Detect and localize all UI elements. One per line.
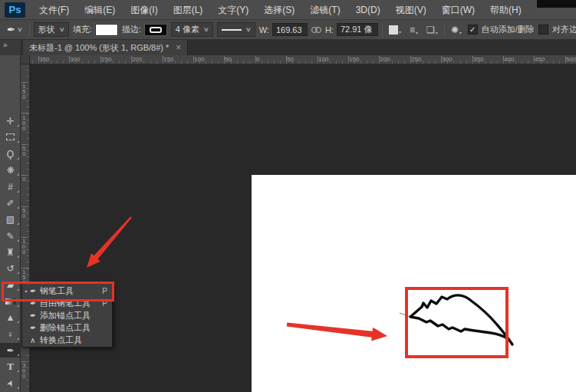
menu-item-add-anchor-tool[interactable]: ✒ 添加锚点工具 bbox=[22, 309, 112, 321]
menu-item[interactable]: 文字(Y) bbox=[210, 0, 256, 20]
clone-stamp-tool-icon[interactable]: ♜ bbox=[0, 245, 21, 259]
lasso-tool-icon[interactable]: Ϙ bbox=[0, 147, 21, 161]
tool-options-bar: ✒ ∨ 形状 ∨ 填充: 描边: 4 像素 ∨ ∨ W: 169.63 H: 7… bbox=[0, 20, 576, 40]
ruler-label: 200 bbox=[380, 56, 390, 63]
separator bbox=[29, 23, 30, 37]
width-field[interactable]: 169.63 bbox=[272, 23, 308, 36]
marquee-tool-icon[interactable] bbox=[0, 130, 21, 144]
pen-tool-icon[interactable]: ✒ bbox=[0, 343, 21, 357]
chevron-down-icon: ∨ bbox=[245, 26, 252, 33]
stroke-color-swatch[interactable] bbox=[144, 24, 167, 36]
gear-icon: ✺ bbox=[451, 25, 459, 35]
mini-arrow-icon: ▾ bbox=[399, 30, 401, 35]
ruler-label: 100 bbox=[318, 56, 328, 63]
height-field[interactable]: 72.91 像 bbox=[337, 23, 378, 36]
align-edges-checkbox[interactable] bbox=[538, 25, 548, 35]
ruler-label: 150 bbox=[163, 56, 173, 63]
height-label: H: bbox=[325, 25, 334, 35]
path-operations-icon bbox=[389, 25, 398, 35]
annotation-arrow-to-pen-tool bbox=[81, 211, 138, 272]
fill-color-swatch[interactable] bbox=[95, 24, 118, 36]
toolbar-collapse-button[interactable]: » bbox=[0, 40, 21, 55]
auto-add-delete-label: 自动添加/删除 bbox=[482, 24, 535, 35]
ruler-label: 50 bbox=[22, 146, 28, 156]
tool-mode-value: 形状 bbox=[38, 24, 55, 35]
path-alignment-button[interactable]: ≡ ▾ bbox=[407, 23, 420, 37]
document-tab[interactable]: 未标题-1 @ 100% (形状 1, RGB/8#) * × bbox=[23, 40, 188, 55]
ruler-label: 0 bbox=[22, 176, 28, 182]
ruler-label: 150 bbox=[349, 56, 359, 63]
mini-arrow-icon: ▾ bbox=[416, 31, 418, 35]
separator bbox=[444, 23, 445, 37]
pen-variant-icon: ✒ bbox=[30, 324, 40, 332]
menu-item[interactable]: 文件(F) bbox=[31, 0, 77, 20]
pen-preset-icon: ✒ bbox=[7, 24, 15, 35]
path-selection-tool-icon[interactable]: ➤ bbox=[0, 376, 21, 390]
stroke-width-dropdown[interactable]: 4 像素 ∨ bbox=[171, 22, 213, 37]
blur-tool-icon[interactable]: ▲ bbox=[0, 310, 21, 324]
menu-item[interactable]: 滤镜(T) bbox=[302, 0, 347, 20]
horizontal-ruler[interactable]: 3503002502001501005005010015020025030035… bbox=[30, 55, 576, 64]
ruler-label: 250 bbox=[411, 56, 421, 63]
ruler-label: 350 bbox=[473, 56, 483, 63]
menu-bar: Ps 文件(F)编辑(E)图像(I)图层(L)文字(Y)选择(S)滤镜(T)3D… bbox=[0, 0, 576, 20]
horizontal-ruler-ticks bbox=[30, 55, 576, 64]
tool-preset-picker[interactable]: ✒ ∨ bbox=[4, 22, 25, 37]
auto-add-delete-checkbox[interactable]: ✓ bbox=[468, 25, 478, 35]
menu-item[interactable]: 选择(S) bbox=[256, 0, 302, 20]
move-tool-icon[interactable]: ✛ bbox=[0, 114, 21, 128]
ruler-label: 350 bbox=[39, 56, 49, 63]
stroke-style-dropdown[interactable]: ∨ bbox=[217, 22, 255, 37]
menu-item-delete-anchor-tool[interactable]: ✒ 删除锚点工具 bbox=[22, 321, 112, 334]
path-operations-button[interactable]: ▾ bbox=[387, 24, 403, 36]
ruler-label: 300 bbox=[442, 56, 452, 63]
photoshop-logo: Ps bbox=[5, 2, 25, 18]
menu-items: 文件(F)编辑(E)图像(I)图层(L)文字(Y)选择(S)滤镜(T)3D(D)… bbox=[31, 0, 529, 20]
menu-item[interactable]: 帮助(H) bbox=[482, 0, 529, 20]
close-icon[interactable]: × bbox=[176, 43, 181, 52]
align-icon: ≡ bbox=[410, 25, 415, 35]
path-arrangement-button[interactable]: ❏ ▾ bbox=[424, 23, 440, 37]
annotation-highlight-box-pen-tool bbox=[2, 282, 114, 301]
menu-item[interactable]: 视图(V) bbox=[388, 0, 434, 20]
checkmark-icon: ✓ bbox=[469, 25, 476, 34]
ruler-label: 100 bbox=[194, 56, 204, 63]
tool-mode-dropdown[interactable]: 形状 ∨ bbox=[34, 22, 69, 37]
type-tool-icon[interactable]: T bbox=[0, 359, 21, 374]
ruler-label: 300 bbox=[22, 363, 28, 379]
crop-tool-icon[interactable]: # bbox=[0, 180, 21, 194]
ruler-label: 250 bbox=[101, 56, 111, 63]
window-corner-strip bbox=[537, 0, 576, 8]
menu-item[interactable]: 窗口(W) bbox=[434, 0, 482, 20]
ruler-label: 300 bbox=[70, 56, 80, 63]
brush-tool-icon[interactable]: ✎ bbox=[0, 229, 21, 243]
ruler-label: 150 bbox=[22, 84, 28, 100]
mini-arrow-icon: ▾ bbox=[459, 31, 462, 35]
photoshop-window: { "app_logo": "Ps", "menu_bar": { "items… bbox=[0, 0, 576, 392]
stroke-style-sample bbox=[222, 29, 242, 31]
chevron-down-icon: ∨ bbox=[59, 26, 65, 33]
menu-item[interactable]: 图层(L) bbox=[166, 0, 211, 20]
eyedropper-tool-icon[interactable]: ✐ bbox=[0, 196, 21, 210]
dodge-tool-icon[interactable]: ♀ bbox=[0, 327, 21, 341]
menu-item[interactable]: 图像(I) bbox=[123, 0, 165, 20]
menu-item[interactable]: 3D(D) bbox=[348, 0, 388, 20]
chevron-down-icon: ∨ bbox=[203, 26, 209, 33]
ruler-corner bbox=[21, 55, 30, 64]
link-dimensions-icon[interactable] bbox=[311, 27, 321, 33]
menu-item-convert-point-tool[interactable]: ∧ 转换点工具 bbox=[22, 334, 112, 346]
stroke-label: 描边: bbox=[122, 24, 141, 35]
ruler-label: 400 bbox=[504, 56, 514, 63]
ruler-label: 100 bbox=[22, 115, 28, 131]
annotation-highlight-box-leaf bbox=[405, 287, 509, 358]
history-brush-tool-icon[interactable]: ↺ bbox=[0, 261, 21, 275]
quick-selection-tool-icon[interactable]: ❋ bbox=[0, 163, 21, 177]
healing-brush-tool-icon[interactable]: ▧ bbox=[0, 212, 21, 226]
ruler-label: 0 bbox=[256, 56, 259, 63]
geometry-options-button[interactable]: ✺ ▾ bbox=[449, 23, 464, 37]
mini-arrow-icon: ▾ bbox=[436, 31, 438, 35]
annotation-arrow-to-leaf bbox=[284, 318, 391, 345]
menu-item[interactable]: 编辑(E) bbox=[77, 0, 123, 20]
fill-label: 填充: bbox=[73, 24, 92, 35]
stroke-width-value: 4 像素 bbox=[176, 24, 199, 35]
